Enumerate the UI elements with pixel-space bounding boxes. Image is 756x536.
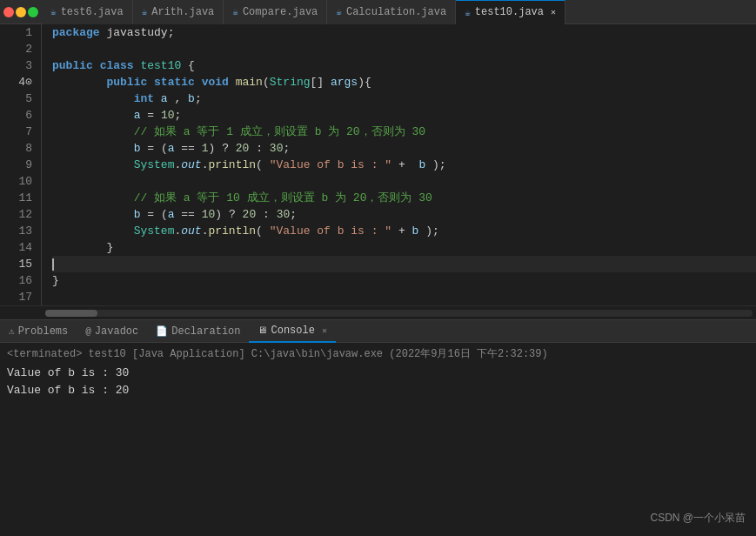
- line-16: 16: [0, 272, 32, 289]
- code-line-6: a = 10;: [52, 107, 756, 124]
- console-icon: 🖥: [258, 325, 267, 336]
- code-content[interactable]: package javastudy; public class test10 {…: [42, 24, 756, 305]
- tab-label: test10.java: [475, 6, 544, 18]
- line-4: 4⊙: [0, 74, 32, 90]
- line-numbers: 1 2 3 4⊙ 5 6 7 8 9 10 11 12 13 14 15 16 …: [0, 24, 42, 305]
- scroll-track[interactable]: [45, 310, 753, 317]
- editor: 1 2 3 4⊙ 5 6 7 8 9 10 11 12 13 14 15 16 …: [0, 24, 756, 305]
- tab-arith[interactable]: ☕ Arith.java: [133, 0, 224, 24]
- tab-test10[interactable]: ☕ test10.java ✕: [456, 0, 565, 24]
- window-controls: [3, 7, 38, 17]
- line-12: 12: [0, 206, 32, 223]
- line-6: 6: [0, 107, 32, 124]
- code-line-14: }: [52, 239, 756, 256]
- tab-console[interactable]: 🖥 Console ✕: [249, 320, 335, 343]
- java-icon: ☕: [50, 6, 57, 17]
- line-13: 13: [0, 223, 32, 239]
- code-line-1: package javastudy;: [52, 24, 756, 41]
- code-line-7: // 如果 a 等于 1 成立，则设置 b 为 20，否则为 30: [52, 124, 756, 140]
- console-output-area: <terminated> test10 [Java Application] C…: [0, 343, 756, 467]
- line-5: 5: [0, 90, 32, 107]
- line-2: 2: [0, 41, 32, 57]
- console-line-1: Value of b is : 30: [7, 365, 749, 382]
- bottom-tab-bar: ⚠ Problems @ Javadoc 📄 Declaration 🖥 Con…: [0, 320, 756, 343]
- tab-javadoc-label: Javadoc: [95, 325, 138, 338]
- code-line-10: [52, 173, 756, 190]
- problems-icon: ⚠: [9, 325, 15, 337]
- code-line-17: [52, 289, 756, 305]
- line-1: 1: [0, 24, 32, 41]
- tab-javadoc[interactable]: @ Javadoc: [77, 320, 147, 343]
- code-line-8: b = (a == 1) ? 20 : 30;: [52, 140, 756, 157]
- code-line-11: // 如果 a 等于 10 成立，则设置 b 为 20，否则为 30: [52, 190, 756, 206]
- code-line-3: public class test10 {: [52, 57, 756, 74]
- maximize-button[interactable]: [28, 7, 38, 17]
- tab-label: test6.java: [61, 6, 124, 18]
- line-7: 7: [0, 124, 32, 140]
- tab-calculation[interactable]: ☕ Calculation.java: [327, 0, 456, 24]
- code-line-4: public static void main(String[] args){: [52, 74, 756, 90]
- java-icon: ☕: [336, 6, 342, 17]
- code-line-13: System.out.println( "Value of b is : " +…: [52, 223, 756, 239]
- java-icon: ☕: [465, 7, 471, 18]
- line-3: 3: [0, 57, 32, 74]
- tab-label: Compare.java: [243, 6, 318, 18]
- minimize-button[interactable]: [16, 7, 26, 17]
- java-icon: ☕: [142, 6, 148, 17]
- line-17: 17: [0, 289, 32, 305]
- code-line-5: int a , b;: [52, 90, 756, 107]
- line-11: 11: [0, 190, 32, 206]
- text-cursor: [52, 258, 54, 271]
- tab-problems[interactable]: ⚠ Problems: [0, 320, 77, 343]
- scroll-thumb[interactable]: [45, 310, 97, 317]
- bottom-panel: ⚠ Problems @ Javadoc 📄 Declaration 🖥 Con…: [0, 319, 756, 467]
- code-line-2: [52, 41, 756, 57]
- tab-label: Arith.java: [151, 6, 214, 18]
- tab-bar: ☕ test6.java ☕ Arith.java ☕ Compare.java…: [0, 0, 756, 24]
- line-8: 8: [0, 140, 32, 157]
- tab-close-icon[interactable]: ✕: [551, 7, 556, 17]
- tab-declaration[interactable]: 📄 Declaration: [147, 320, 249, 343]
- tab-test6[interactable]: ☕ test6.java: [42, 0, 133, 24]
- console-close-icon[interactable]: ✕: [322, 325, 327, 336]
- console-terminated: <terminated> test10 [Java Application] C…: [7, 346, 749, 361]
- tab-console-label: Console: [271, 325, 314, 337]
- java-icon: ☕: [232, 6, 238, 17]
- close-button[interactable]: [3, 7, 14, 17]
- declaration-icon: 📄: [156, 325, 168, 337]
- code-line-16: }: [52, 272, 756, 289]
- tab-label: Calculation.java: [346, 6, 446, 18]
- code-line-12: b = (a == 10) ? 20 : 30;: [52, 206, 756, 223]
- javadoc-icon: @: [85, 326, 91, 337]
- line-14: 14: [0, 239, 32, 256]
- tab-compare[interactable]: ☕ Compare.java: [224, 0, 327, 24]
- code-line-15: [52, 256, 756, 272]
- code-line-9: System.out.println( "Value of b is : " +…: [52, 157, 756, 173]
- watermark: CSDN @一个小呆苗: [650, 511, 746, 526]
- line-9: 9: [0, 157, 32, 173]
- line-10: 10: [0, 173, 32, 190]
- line-15: 15: [0, 256, 32, 272]
- horizontal-scrollbar[interactable]: [0, 305, 756, 319]
- tab-declaration-label: Declaration: [171, 325, 240, 338]
- console-line-2: Value of b is : 20: [7, 382, 749, 399]
- tab-problems-label: Problems: [18, 325, 69, 338]
